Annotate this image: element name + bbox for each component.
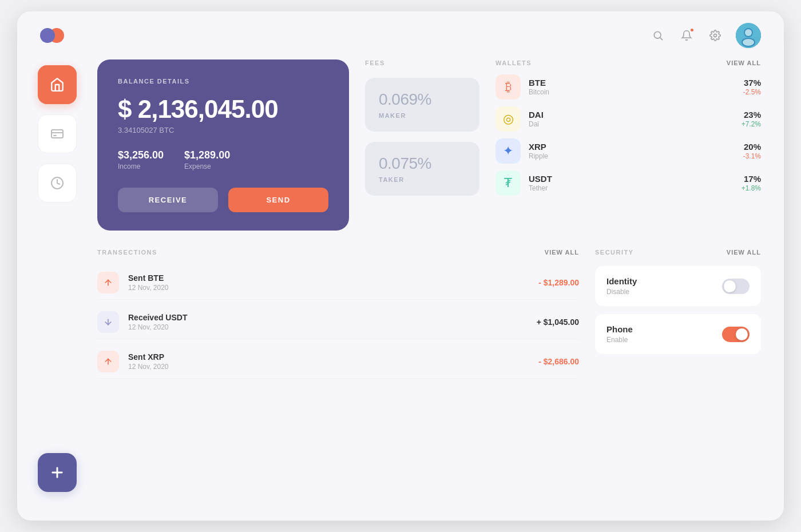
expense-value: $1,289.00 — [184, 149, 230, 161]
wallets-title: WALLETS — [495, 59, 532, 66]
wallet-pct-value: 23% — [741, 110, 761, 120]
wallet-pct-value: 17% — [741, 174, 761, 184]
settings-icon[interactable] — [707, 27, 723, 43]
wallet-symbol: USDT — [529, 174, 733, 184]
wallet-pct-value: 37% — [743, 78, 761, 88]
maker-fee-value: 0.069% — [379, 90, 466, 109]
transaction-list: Sent BTE 12 Nov, 2020 - $1,289.00 Receiv… — [97, 266, 579, 379]
notification-dot — [689, 27, 695, 33]
security-toggle[interactable] — [722, 279, 750, 294]
wallet-change: +7.2% — [741, 120, 761, 128]
wallet-change: -2.5% — [743, 88, 761, 96]
add-button[interactable] — [38, 453, 77, 492]
income-value: $3,256.00 — [118, 149, 164, 161]
receive-button[interactable]: RECEIVE — [118, 188, 218, 212]
tx-amount: + $1,045.00 — [537, 317, 579, 327]
expense-label: Expense — [184, 162, 230, 170]
sidebar-item-card[interactable] — [38, 114, 77, 153]
taker-fee-card: 0.075% TAKER — [365, 142, 479, 196]
wallet-name: Tether — [529, 184, 733, 192]
balance-income-expense: $3,256.00 Income $1,289.00 Expense — [118, 149, 328, 170]
toggle-thumb — [724, 280, 736, 292]
security-toggle[interactable] — [722, 327, 750, 342]
balance-expense: $1,289.00 Expense — [184, 149, 230, 170]
wallets-panel: WALLETS VIEW ALL ₿ BTE Bitcoin 37% -2.5%… — [495, 59, 761, 196]
tx-date: 12 Nov, 2020 — [128, 363, 529, 371]
wallet-item[interactable]: ◎ DAI Dai 23% +7.2% — [495, 106, 761, 132]
logo — [40, 28, 64, 43]
income-label: Income — [118, 162, 164, 170]
maker-fee-card: 0.069% MAKER — [365, 78, 479, 132]
taker-fee-label: TAKER — [379, 176, 466, 183]
transaction-item[interactable]: Sent XRP 12 Nov, 2020 - $2,686.00 — [97, 345, 579, 379]
security-item: Phone Enable — [595, 314, 761, 354]
logo-left-circle — [40, 28, 55, 43]
wallet-item[interactable]: ₮ USDT Tether 17% +1.8% — [495, 170, 761, 196]
maker-fee-label: MAKER — [379, 112, 466, 119]
security-item-name: Identity — [606, 276, 637, 286]
transaction-item[interactable]: Received USDT 12 Nov, 2020 + $1,045.00 — [97, 305, 579, 339]
tx-info: Sent XRP 12 Nov, 2020 — [128, 352, 529, 371]
tx-name: Sent BTE — [128, 273, 529, 283]
app-shell: BALANCE DETAILS $ 2,136,045.00 3.3410502… — [17, 11, 784, 521]
tx-amount: - $1,289.00 — [538, 278, 579, 287]
wallet-icon: ₿ — [495, 74, 521, 100]
search-icon[interactable] — [650, 27, 666, 43]
avatar-image — [736, 23, 761, 48]
tx-icon — [97, 351, 119, 372]
transactions-view-all[interactable]: VIEW ALL — [545, 249, 579, 256]
security-item: Identity Disable — [595, 266, 761, 306]
balance-amount: $ 2,136,045.00 — [118, 95, 328, 124]
wallet-icon: ◎ — [495, 106, 521, 132]
wallet-info: USDT Tether — [529, 174, 733, 192]
tx-info: Sent BTE 12 Nov, 2020 — [128, 273, 529, 292]
main-content: BALANCE DETAILS $ 2,136,045.00 3.3410502… — [17, 59, 784, 521]
balance-card: BALANCE DETAILS $ 2,136,045.00 3.3410502… — [97, 59, 349, 231]
tx-name: Sent XRP — [128, 352, 529, 362]
wallet-item[interactable]: ✦ XRP Ripple 20% -3.1% — [495, 138, 761, 164]
tx-icon — [97, 272, 119, 293]
taker-fee-value: 0.075% — [379, 154, 466, 173]
wallet-change: +1.8% — [741, 184, 761, 192]
svg-point-6 — [745, 29, 752, 36]
wallet-info: BTE Bitcoin — [529, 78, 735, 96]
tx-name: Received USDT — [128, 313, 528, 322]
sidebar — [17, 59, 97, 503]
security-view-all[interactable]: VIEW ALL — [727, 249, 761, 256]
wallet-name: Bitcoin — [529, 88, 735, 96]
fees-panel: FEES 0.069% MAKER 0.075% TAKER — [365, 59, 479, 196]
content-area: BALANCE DETAILS $ 2,136,045.00 3.3410502… — [97, 59, 761, 503]
wallets-header: WALLETS VIEW ALL — [495, 59, 761, 66]
sidebar-item-chart[interactable] — [38, 164, 77, 203]
top-row: BALANCE DETAILS $ 2,136,045.00 3.3410502… — [97, 59, 761, 231]
svg-point-2 — [714, 34, 717, 37]
user-avatar[interactable] — [736, 23, 761, 48]
security-item-name: Phone — [606, 324, 633, 334]
transactions-panel: TRANSECTIONS VIEW ALL Sent BTE 12 Nov, 2… — [97, 249, 579, 379]
sidebar-item-home[interactable] — [38, 65, 77, 104]
security-header: SECURITY VIEW ALL — [595, 249, 761, 256]
wallet-item[interactable]: ₿ BTE Bitcoin 37% -2.5% — [495, 74, 761, 100]
balance-btc: 3.34105027 BTC — [118, 126, 328, 134]
fees-title: FEES — [365, 59, 479, 66]
balance-income: $3,256.00 Income — [118, 149, 164, 170]
security-title: SECURITY — [595, 249, 634, 256]
balance-label: BALANCE DETAILS — [118, 78, 328, 85]
wallet-icon: ₮ — [495, 170, 521, 196]
wallet-symbol: DAI — [529, 110, 733, 120]
wallet-list: ₿ BTE Bitcoin 37% -2.5% ◎ DAI Dai 23% +7… — [495, 74, 761, 196]
tx-amount: - $2,686.00 — [538, 357, 579, 366]
bottom-row: TRANSECTIONS VIEW ALL Sent BTE 12 Nov, 2… — [97, 249, 761, 379]
svg-line-1 — [660, 38, 663, 40]
wallet-name: Dai — [529, 120, 733, 128]
bell-icon[interactable] — [679, 27, 695, 43]
wallet-percentage: 37% -2.5% — [743, 78, 761, 96]
wallet-info: DAI Dai — [529, 110, 733, 128]
transaction-item[interactable]: Sent BTE 12 Nov, 2020 - $1,289.00 — [97, 266, 579, 300]
tx-date: 12 Nov, 2020 — [128, 284, 529, 292]
send-button[interactable]: SEND — [228, 188, 328, 212]
toggle-thumb — [736, 328, 748, 340]
transactions-header: TRANSECTIONS VIEW ALL — [97, 249, 579, 256]
wallet-pct-value: 20% — [743, 142, 761, 152]
wallets-view-all[interactable]: VIEW ALL — [727, 59, 761, 66]
